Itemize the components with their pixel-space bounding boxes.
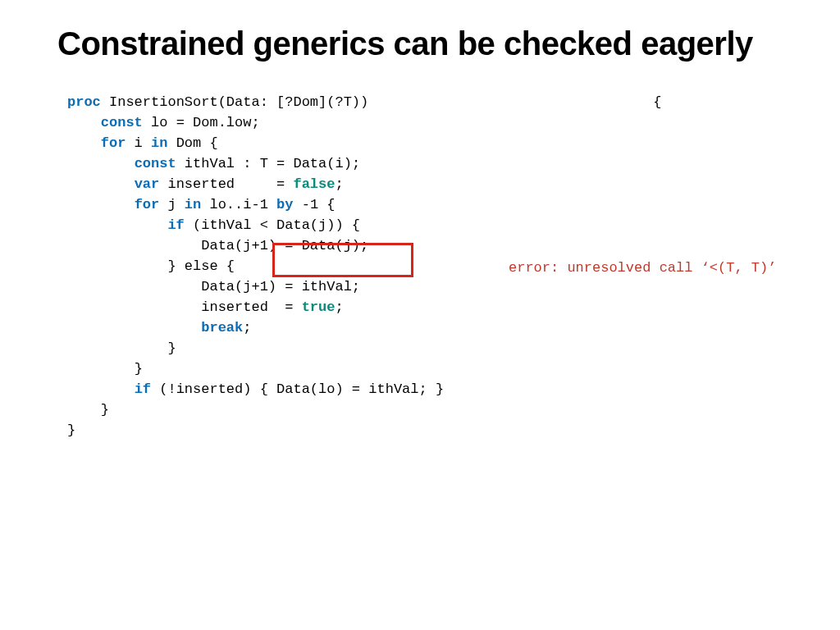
code-text: } [101, 402, 109, 418]
code-text: } [135, 361, 143, 377]
code-text: ; [335, 176, 343, 192]
code-text: { [653, 94, 661, 110]
code-text: j [159, 197, 185, 212]
code-text: lo..i-1 [201, 197, 276, 212]
kw-proc: proc [67, 94, 101, 110]
kw-in: in [185, 197, 201, 212]
code-text: (ithVal < Data(j)) { [185, 217, 360, 233]
kw-const: const [101, 115, 143, 130]
code-text: } else { [167, 258, 235, 274]
code-text: } [67, 422, 75, 438]
code-text: ithVal : T = Data(i); [176, 156, 360, 171]
kw-break: break [201, 320, 243, 336]
code-text: Data(j+1) = ithVal; [201, 279, 360, 294]
code-area: proc InsertionSort(Data: [?Dom](?T)) { c… [57, 92, 783, 441]
kw-for: for [101, 135, 126, 151]
highlight-box [272, 243, 413, 277]
code-text: ; [243, 320, 251, 336]
kw-const: const [135, 156, 176, 171]
code-text: (!inserted) { Data(lo) = ithVal; } [151, 381, 444, 397]
kw-if: if [167, 217, 184, 233]
code-text: InsertionSort(Data: [?Dom](?T)) [101, 94, 368, 110]
error-message: error: unresolved call ‘<(T, T)’ [509, 260, 776, 276]
lit-true: true [302, 299, 336, 315]
kw-by: by [276, 197, 293, 212]
code-text: inserted = [201, 299, 301, 315]
code-text: inserted = [159, 176, 293, 192]
lit-false: false [293, 176, 335, 192]
code-text: i [126, 135, 151, 151]
code-text: } [167, 340, 176, 356]
kw-if: if [135, 381, 151, 397]
code-text: -1 { [293, 197, 335, 212]
kw-var: var [135, 176, 160, 192]
kw-for: for [135, 197, 160, 212]
code-text: ; [335, 299, 343, 315]
slide-title: Constrained generics can be checked eage… [57, 25, 783, 62]
code-text: Dom { [167, 135, 217, 151]
code-text: lo = Dom.low; [143, 115, 260, 130]
kw-in: in [151, 135, 167, 151]
